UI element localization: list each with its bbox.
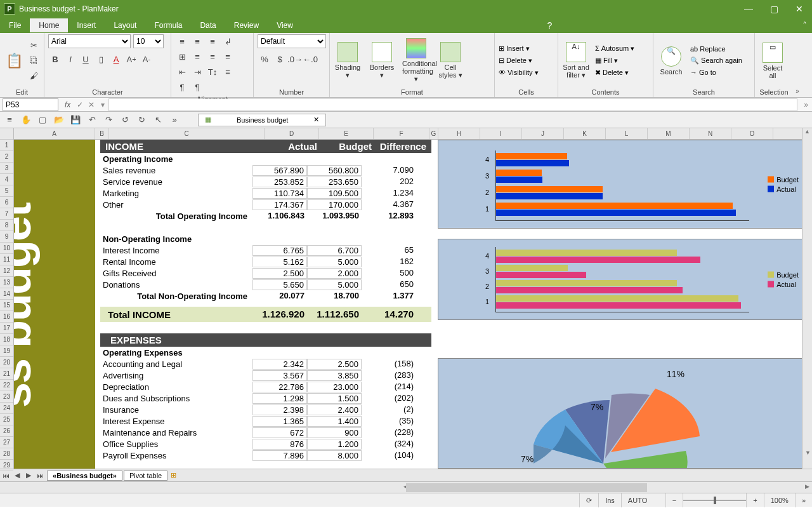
row-headers[interactable]: 1234567891011121314151617181920212223242… — [0, 128, 14, 469]
font-name-select[interactable]: Arial — [48, 34, 131, 48]
zoom-out-button[interactable]: − — [665, 493, 683, 507]
horizontal-scrollbar[interactable]: ◀ ▶ — [0, 481, 812, 493]
align-center-button[interactable]: ≡ — [206, 50, 219, 64]
collapse-ribbon-icon[interactable]: ˄ — [797, 20, 812, 30]
sort-filter-button[interactable]: A↓Sort and filter ▾ — [562, 42, 590, 79]
indent-inc-button[interactable]: ⇥ — [190, 65, 204, 79]
formula-expand-icon[interactable]: » — [800, 100, 812, 109]
rtl-button[interactable]: ¶ — [175, 80, 189, 94]
table-row[interactable]: Maintenance and Repairs672900(228) — [100, 427, 431, 438]
search-button[interactable]: 🔍Search — [657, 46, 685, 76]
replace-button[interactable]: ab Replace — [690, 45, 742, 53]
qat-menu-icon[interactable]: ≡ — [4, 114, 15, 126]
tab-nav-next-icon[interactable]: ▶ — [23, 471, 34, 479]
qat-new-icon[interactable]: ▢ — [37, 114, 48, 126]
menu-data[interactable]: Data — [191, 18, 225, 32]
cells-delete-button[interactable]: ⊟ Delete ▾ — [499, 57, 539, 65]
table-row[interactable]: Marketing110.734109.5001.234 — [100, 187, 431, 199]
zoom-level[interactable]: 100% — [764, 493, 795, 507]
cells-visibility-button[interactable]: 👁 Visibility ▾ — [499, 69, 539, 77]
borders-button[interactable]: Borders ▾ — [368, 42, 396, 79]
font-color-button[interactable]: A — [109, 52, 123, 66]
cut-button[interactable]: ✂ — [27, 39, 41, 53]
menu-review[interactable]: Review — [225, 18, 268, 32]
tab-nav-last-icon[interactable]: ⏭ — [34, 472, 46, 479]
chart-operating-income[interactable]: 1234 Budget Actual — [438, 140, 802, 229]
shading-button[interactable]: Shading ▾ — [334, 42, 362, 79]
autosum-button[interactable]: Σ Autosum ▾ — [595, 44, 634, 53]
qat-save-icon[interactable]: 💾 — [70, 114, 81, 126]
qat-undo-icon[interactable]: ↶ — [86, 114, 98, 126]
help-icon[interactable]: ? — [542, 20, 558, 30]
qat-redo2-icon[interactable]: ↻ — [136, 114, 147, 126]
tab-nav-prev-icon[interactable]: ◀ — [11, 471, 23, 479]
qat-open-icon[interactable]: 📂 — [53, 114, 65, 126]
sheet-tab-pivot-table[interactable]: Pivot table — [124, 471, 167, 481]
grow-font-button[interactable]: A+ — [124, 52, 138, 66]
table-row[interactable]: Advertising3.5673.850(283) — [100, 370, 431, 381]
currency-button[interactable]: $ — [273, 52, 287, 66]
table-row[interactable]: Payroll Expenses7.8968.000(104) — [100, 450, 431, 461]
status-ins[interactable]: Ins — [598, 493, 621, 507]
zoom-in-button[interactable]: + — [746, 493, 763, 507]
font-size-select[interactable]: 10 — [133, 34, 164, 48]
menu-home[interactable]: Home — [30, 18, 68, 32]
status-recalc-icon[interactable]: ⟳ — [579, 493, 598, 507]
cell-reference-input[interactable] — [3, 98, 58, 111]
align-left-button[interactable]: ≡ — [190, 50, 204, 64]
italic-button[interactable]: I — [63, 52, 77, 66]
number-format-select[interactable]: Default — [258, 34, 326, 48]
conditional-formatting-button[interactable]: Conditional formatting ▾ — [402, 38, 430, 83]
cells[interactable]: ss budget INCOME Actual Budget Differenc… — [14, 140, 802, 469]
vertical-text-button[interactable]: T↕ — [206, 65, 219, 79]
close-button[interactable]: ✕ — [787, 0, 812, 18]
new-sheet-icon[interactable]: ⊞ — [167, 471, 179, 479]
qat-pointer-icon[interactable]: ↖ — [152, 114, 164, 126]
dec-inc-button[interactable]: .0→ — [288, 52, 302, 66]
paste-button[interactable]: 📋 — [4, 48, 24, 74]
formula-cancel-icon[interactable]: ✕ — [86, 100, 97, 109]
formula-input[interactable] — [108, 98, 797, 111]
dec-dec-button[interactable]: ←.0 — [303, 52, 317, 66]
highlight-button[interactable]: ▯ — [94, 52, 108, 66]
column-headers[interactable]: ABCDEFGHIJKLMNO — [14, 128, 802, 140]
merge-button[interactable]: ⊞ — [175, 50, 189, 64]
maximize-button[interactable]: ▢ — [761, 0, 787, 18]
chart-expenses-pie[interactable]: 11% 7% 7% — [438, 358, 802, 469]
table-row[interactable]: Office Supplies8761.200(324) — [100, 438, 431, 450]
menu-view[interactable]: View — [268, 18, 302, 32]
zoom-slider[interactable] — [683, 493, 746, 507]
cells-insert-button[interactable]: ⊞ Insert ▾ — [499, 44, 539, 53]
qat-undo2-icon[interactable]: ↺ — [119, 114, 131, 126]
underline-button[interactable]: U — [79, 52, 93, 66]
align-justify-button[interactable]: ≡ — [221, 65, 235, 79]
tab-nav-first-icon[interactable]: ⏮ — [0, 472, 11, 479]
format-painter-button[interactable]: 🖌 — [27, 69, 41, 83]
sheet-tab-business-budget[interactable]: «Business budget» — [47, 471, 122, 481]
ribbon-overflow-icon[interactable]: » — [793, 88, 802, 97]
align-middle-button[interactable]: ≡ — [190, 34, 204, 48]
status-overflow-icon[interactable]: » — [795, 493, 812, 507]
goto-button[interactable]: → Go to — [690, 69, 742, 76]
contents-delete-button[interactable]: ✖ Delete ▾ — [595, 69, 634, 77]
formula-dropdown-icon[interactable]: ▾ — [97, 100, 108, 109]
table-row[interactable]: Sales revenue567.890560.8007.090 — [100, 164, 431, 176]
align-top-button[interactable]: ≡ — [175, 34, 189, 48]
select-all-button[interactable]: ▭Select all — [759, 43, 787, 79]
search-again-button[interactable]: 🔍 Search again — [690, 57, 742, 65]
qat-more-icon[interactable]: » — [169, 114, 180, 126]
fill-button[interactable]: ▦ Fill ▾ — [595, 57, 634, 65]
formula-accept-icon[interactable]: ✓ — [74, 100, 86, 109]
percent-button[interactable]: % — [258, 52, 272, 66]
table-row[interactable]: Other174.367170.0004.367 — [100, 199, 431, 210]
qat-redo-icon[interactable]: ↷ — [103, 114, 114, 126]
minimize-button[interactable]: — — [736, 0, 761, 18]
table-row[interactable]: Interest Income6.7656.70065 — [100, 244, 431, 256]
table-row[interactable]: Interest Expense1.3651.400(35) — [100, 415, 431, 427]
table-row[interactable]: Dues and Subscriptions1.2981.500(202) — [100, 392, 431, 404]
menu-formula[interactable]: Formula — [145, 18, 191, 32]
copy-button[interactable]: ⿻ — [27, 54, 41, 68]
table-row[interactable]: Depreciation22.78623.000(214) — [100, 381, 431, 392]
qat-hand-icon[interactable]: ✋ — [20, 114, 32, 126]
table-row[interactable]: Accounting and Legal2.3422.500(158) — [100, 358, 431, 370]
